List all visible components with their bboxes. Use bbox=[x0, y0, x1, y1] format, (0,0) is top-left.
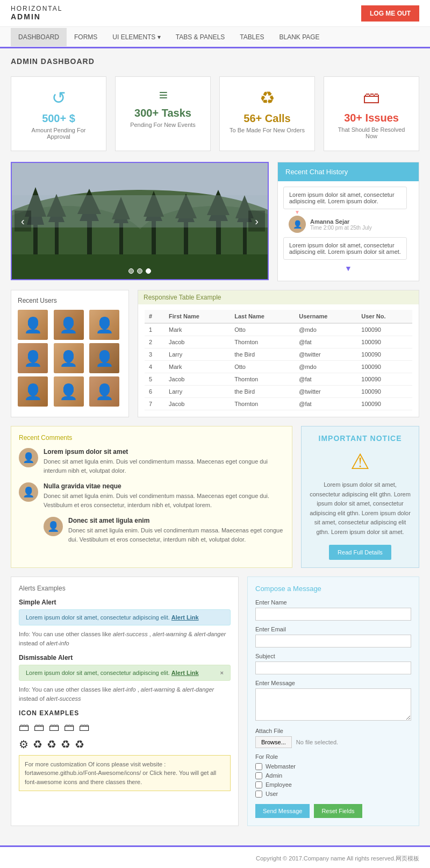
nav-tabs-panels[interactable]: TABS & PANELS bbox=[168, 28, 233, 46]
icon-briefcase-3: 🗃 bbox=[49, 721, 60, 734]
col-username: Username bbox=[295, 310, 357, 323]
dismissable-alert-box: × Lorem ipsum dolor sit amet, consectetu… bbox=[19, 665, 231, 681]
role-label: For Role bbox=[255, 753, 411, 760]
nav-dashboard[interactable]: DASHBOARD bbox=[11, 28, 67, 46]
alerts-panel: Alerts Examples Simple Alert Lorem ipsum… bbox=[11, 577, 239, 826]
table-row: 6Larrythe Bird@twitter100090 bbox=[145, 386, 412, 398]
notice-text: Lorem ipsum dolor sit amet, consectetur … bbox=[309, 480, 411, 537]
comment-avatar-3: 👤 bbox=[44, 517, 63, 536]
role-employee: Employee bbox=[255, 781, 411, 788]
checkbox-admin[interactable] bbox=[255, 772, 262, 779]
carousel-prev-button[interactable]: ‹ bbox=[15, 211, 31, 232]
role-admin-label: Admin bbox=[266, 772, 282, 779]
chat-message-in-text: Lorem ipsum dolor sit amet, consectetur … bbox=[289, 242, 401, 255]
compose-title: Compose a Message bbox=[255, 585, 411, 593]
table-cell-1-1: Jacob bbox=[164, 336, 230, 348]
responsive-table: # First Name Last Name Username User No.… bbox=[145, 310, 412, 410]
icon-row-1: 🗃 🗃 🗃 🗃 🗃 bbox=[19, 721, 231, 734]
email-input[interactable] bbox=[255, 635, 411, 648]
logout-button[interactable]: LOG ME OUT bbox=[361, 5, 419, 22]
stat-calls: ♻ 56+ Calls To Be Made For New Orders bbox=[219, 76, 315, 151]
stats-row: ↺ 500+ $ Amount Pending For Approval ≡ 3… bbox=[0, 71, 430, 156]
nav-forms[interactable]: FORMS bbox=[67, 28, 105, 46]
nav-tables[interactable]: TABLES bbox=[232, 28, 271, 46]
col-firstname: First Name bbox=[164, 310, 230, 323]
simple-alert-box: Lorem ipsum dolor sit amet, consectetur … bbox=[19, 609, 231, 625]
comment-text-1: Donec sit amet ligula enim. Duis vel con… bbox=[44, 457, 284, 475]
dismissable-alert-link[interactable]: Alert Link bbox=[171, 670, 199, 676]
checkbox-employee[interactable] bbox=[255, 781, 262, 788]
table-cell-1-0: 2 bbox=[145, 336, 164, 348]
table-cell-4-3: @fat bbox=[295, 373, 357, 386]
table-cell-6-2: Thornton bbox=[230, 398, 295, 410]
subject-label: Subject bbox=[255, 653, 411, 659]
dismiss-button[interactable]: × bbox=[220, 670, 224, 676]
role-employee-label: Employee bbox=[266, 781, 292, 788]
nav-ui-elements[interactable]: UI ELEMENTS ▾ bbox=[105, 28, 168, 46]
table-cell-0-4: 100090 bbox=[357, 323, 412, 336]
name-label: Enter Name bbox=[255, 599, 411, 606]
comment-content-2: Nulla gravida vitae neque Donec sit amet… bbox=[44, 482, 284, 509]
carousel-dot-1[interactable] bbox=[128, 268, 134, 274]
logo-top: HORIZONTAL bbox=[11, 5, 62, 12]
user-thumb-4 bbox=[18, 343, 48, 373]
table-row: 5JacobThornton@fat100090 bbox=[145, 373, 412, 386]
comment-text-2: Donec sit amet ligula enim. Duis vel con… bbox=[44, 492, 284, 509]
role-group: For Role Webmaster Admin Employee User bbox=[255, 753, 411, 798]
comment-item-2: 👤 Nulla gravida vitae neque Donec sit am… bbox=[19, 482, 284, 509]
checkbox-webmaster[interactable] bbox=[255, 763, 262, 770]
chat-user-time: Time 2:00 pm at 25th July bbox=[310, 225, 372, 231]
attach-row: Browse... No file selected. bbox=[255, 736, 411, 748]
table-cell-0-2: Otto bbox=[230, 323, 295, 336]
dismissable-alert-text: Lorem ipsum dolor sit amet, consectetur … bbox=[26, 670, 170, 676]
comment-avatar-2: 👤 bbox=[19, 482, 38, 502]
table-cell-6-3: @fat bbox=[295, 398, 357, 410]
table-row: 2JacobThornton@fat100090 bbox=[145, 336, 412, 348]
dismissable-alert-note: Info: You can use other classes like ale… bbox=[19, 685, 231, 704]
comment-item-1: 👤 Lorem ipsum dolor sit amet Donec sit a… bbox=[19, 448, 284, 475]
carousel-next-button[interactable]: › bbox=[248, 211, 265, 232]
carousel: ‹ › bbox=[11, 162, 269, 280]
user-grid bbox=[18, 310, 122, 407]
carousel-dot-2[interactable] bbox=[137, 268, 142, 274]
name-group: Enter Name bbox=[255, 599, 411, 621]
name-input[interactable] bbox=[255, 608, 411, 621]
icon-recycle-4: ♻ bbox=[75, 738, 84, 751]
role-user: User bbox=[255, 791, 411, 798]
table-cell-0-0: 1 bbox=[145, 323, 164, 336]
subject-input[interactable] bbox=[255, 661, 411, 674]
simple-alert-link[interactable]: Alert Link bbox=[171, 614, 199, 621]
carousel-dot-3[interactable] bbox=[146, 268, 151, 274]
table-cell-1-2: Thornton bbox=[230, 336, 295, 348]
send-button[interactable]: Send Message bbox=[255, 804, 310, 818]
table-cell-1-3: @fat bbox=[295, 336, 357, 348]
chat-scroll-down[interactable]: ▼ bbox=[283, 264, 413, 273]
table-cell-0-3: @mdo bbox=[295, 323, 357, 336]
table-row: 4MarkOtto@mdo100090 bbox=[145, 361, 412, 373]
logo: HORIZONTAL ADMIN bbox=[11, 5, 62, 22]
col-userno: User No. bbox=[357, 310, 412, 323]
attach-group: Attach File Browse... No file selected. bbox=[255, 728, 411, 748]
checkbox-user[interactable] bbox=[255, 791, 262, 798]
comment-title-1: Lorem ipsum dolor sit amet bbox=[44, 448, 284, 456]
reset-button[interactable]: Reset Fields bbox=[314, 804, 362, 818]
icon-row-2: ⚙ ♻ ♻ ♻ ♻ bbox=[19, 738, 231, 751]
page-title-bar: ADMIN DASHBOARD bbox=[0, 48, 430, 71]
chat-body[interactable]: Lorem ipsum dolor sit amet, consectetur … bbox=[278, 181, 419, 281]
nav-blank-page[interactable]: BLANK PAGE bbox=[271, 28, 327, 46]
table-cell-2-0: 3 bbox=[145, 348, 164, 361]
compose-panel: Compose a Message Enter Name Enter Email… bbox=[247, 577, 419, 826]
page-title: ADMIN DASHBOARD bbox=[11, 57, 419, 66]
footer: Copyright © 2017.Company name All rights… bbox=[0, 845, 430, 868]
comments-notice-row: Recent Comments 👤 Lorem ipsum dolor sit … bbox=[11, 426, 419, 568]
message-textarea[interactable] bbox=[255, 688, 411, 721]
comments-panel: Recent Comments 👤 Lorem ipsum dolor sit … bbox=[11, 426, 292, 568]
table-cell-3-4: 100090 bbox=[357, 361, 412, 373]
user-thumb-2 bbox=[54, 310, 84, 340]
stat-value-issues: 30+ Issues bbox=[332, 112, 411, 124]
table-cell-3-3: @mdo bbox=[295, 361, 357, 373]
alerts-compose-row: Alerts Examples Simple Alert Lorem ipsum… bbox=[11, 577, 419, 826]
notice-read-button[interactable]: Read Full Details bbox=[329, 545, 391, 560]
browse-button[interactable]: Browse... bbox=[255, 736, 292, 748]
subject-group: Subject bbox=[255, 653, 411, 674]
